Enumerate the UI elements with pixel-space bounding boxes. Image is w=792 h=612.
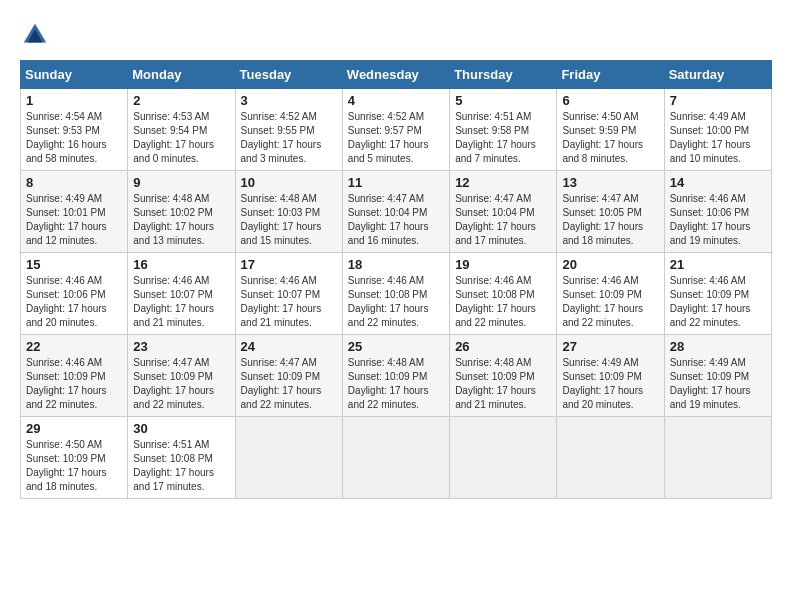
daylight-line: Daylight: 17 hours	[562, 221, 643, 232]
day-info: Sunrise: 4:49 AMSunset: 10:01 PMDaylight…	[26, 192, 122, 248]
calendar-cell: 16Sunrise: 4:46 AMSunset: 10:07 PMDaylig…	[128, 253, 235, 335]
day-number: 23	[133, 339, 229, 354]
calendar-cell: 9Sunrise: 4:48 AMSunset: 10:02 PMDayligh…	[128, 171, 235, 253]
daylight-line: Daylight: 17 hours	[348, 385, 429, 396]
calendar-cell: 8Sunrise: 4:49 AMSunset: 10:01 PMDayligh…	[21, 171, 128, 253]
daylight-minutes: and 22 minutes.	[26, 399, 97, 410]
sunset-line: Sunset: 10:01 PM	[26, 207, 106, 218]
logo	[20, 20, 54, 50]
daylight-line: Daylight: 17 hours	[670, 303, 751, 314]
calendar-cell: 29Sunrise: 4:50 AMSunset: 10:09 PMDaylig…	[21, 417, 128, 499]
daylight-line: Daylight: 17 hours	[26, 385, 107, 396]
day-info: Sunrise: 4:48 AMSunset: 10:03 PMDaylight…	[241, 192, 337, 248]
day-number: 24	[241, 339, 337, 354]
day-number: 5	[455, 93, 551, 108]
sunset-line: Sunset: 9:55 PM	[241, 125, 315, 136]
calendar-cell: 12Sunrise: 4:47 AMSunset: 10:04 PMDaylig…	[450, 171, 557, 253]
daylight-minutes: and 20 minutes.	[26, 317, 97, 328]
calendar-cell: 25Sunrise: 4:48 AMSunset: 10:09 PMDaylig…	[342, 335, 449, 417]
daylight-minutes: and 20 minutes.	[562, 399, 633, 410]
daylight-minutes: and 8 minutes.	[562, 153, 628, 164]
day-info: Sunrise: 4:46 AMSunset: 10:09 PMDaylight…	[26, 356, 122, 412]
sunrise-line: Sunrise: 4:47 AM	[241, 357, 317, 368]
daylight-line: Daylight: 17 hours	[241, 139, 322, 150]
daylight-line: Daylight: 17 hours	[670, 139, 751, 150]
sunrise-line: Sunrise: 4:46 AM	[455, 275, 531, 286]
daylight-minutes: and 3 minutes.	[241, 153, 307, 164]
sunrise-line: Sunrise: 4:51 AM	[133, 439, 209, 450]
day-number: 19	[455, 257, 551, 272]
daylight-line: Daylight: 16 hours	[26, 139, 107, 150]
sunrise-line: Sunrise: 4:48 AM	[133, 193, 209, 204]
sunrise-line: Sunrise: 4:46 AM	[241, 275, 317, 286]
sunrise-line: Sunrise: 4:54 AM	[26, 111, 102, 122]
sunset-line: Sunset: 10:03 PM	[241, 207, 321, 218]
sunset-line: Sunset: 10:09 PM	[670, 289, 750, 300]
day-number: 2	[133, 93, 229, 108]
column-header-friday: Friday	[557, 61, 664, 89]
daylight-line: Daylight: 17 hours	[133, 221, 214, 232]
day-info: Sunrise: 4:50 AMSunset: 10:09 PMDaylight…	[26, 438, 122, 494]
daylight-line: Daylight: 17 hours	[562, 139, 643, 150]
day-number: 15	[26, 257, 122, 272]
day-info: Sunrise: 4:47 AMSunset: 10:04 PMDaylight…	[348, 192, 444, 248]
daylight-line: Daylight: 17 hours	[348, 221, 429, 232]
calendar-week-row: 1Sunrise: 4:54 AMSunset: 9:53 PMDaylight…	[21, 89, 772, 171]
sunset-line: Sunset: 9:53 PM	[26, 125, 100, 136]
calendar-cell: 21Sunrise: 4:46 AMSunset: 10:09 PMDaylig…	[664, 253, 771, 335]
sunrise-line: Sunrise: 4:48 AM	[348, 357, 424, 368]
calendar-cell: 11Sunrise: 4:47 AMSunset: 10:04 PMDaylig…	[342, 171, 449, 253]
daylight-minutes: and 0 minutes.	[133, 153, 199, 164]
daylight-minutes: and 21 minutes.	[241, 317, 312, 328]
calendar-cell: 24Sunrise: 4:47 AMSunset: 10:09 PMDaylig…	[235, 335, 342, 417]
calendar-cell: 5Sunrise: 4:51 AMSunset: 9:58 PMDaylight…	[450, 89, 557, 171]
sunset-line: Sunset: 10:09 PM	[455, 371, 535, 382]
daylight-minutes: and 22 minutes.	[133, 399, 204, 410]
calendar-week-row: 22Sunrise: 4:46 AMSunset: 10:09 PMDaylig…	[21, 335, 772, 417]
sunset-line: Sunset: 9:58 PM	[455, 125, 529, 136]
sunset-line: Sunset: 9:54 PM	[133, 125, 207, 136]
day-info: Sunrise: 4:46 AMSunset: 10:06 PMDaylight…	[26, 274, 122, 330]
sunrise-line: Sunrise: 4:47 AM	[133, 357, 209, 368]
calendar-cell: 17Sunrise: 4:46 AMSunset: 10:07 PMDaylig…	[235, 253, 342, 335]
sunrise-line: Sunrise: 4:46 AM	[26, 275, 102, 286]
page-header	[20, 20, 772, 50]
daylight-line: Daylight: 17 hours	[26, 467, 107, 478]
sunrise-line: Sunrise: 4:46 AM	[133, 275, 209, 286]
day-number: 17	[241, 257, 337, 272]
day-number: 14	[670, 175, 766, 190]
daylight-minutes: and 22 minutes.	[455, 317, 526, 328]
day-number: 16	[133, 257, 229, 272]
sunset-line: Sunset: 10:09 PM	[348, 371, 428, 382]
sunrise-line: Sunrise: 4:46 AM	[670, 275, 746, 286]
sunset-line: Sunset: 10:07 PM	[241, 289, 321, 300]
sunrise-line: Sunrise: 4:47 AM	[455, 193, 531, 204]
day-info: Sunrise: 4:51 AMSunset: 10:08 PMDaylight…	[133, 438, 229, 494]
logo-icon	[20, 20, 50, 50]
calendar-cell	[664, 417, 771, 499]
sunrise-line: Sunrise: 4:47 AM	[562, 193, 638, 204]
calendar-cell: 2Sunrise: 4:53 AMSunset: 9:54 PMDaylight…	[128, 89, 235, 171]
column-header-thursday: Thursday	[450, 61, 557, 89]
day-number: 12	[455, 175, 551, 190]
day-number: 22	[26, 339, 122, 354]
day-number: 26	[455, 339, 551, 354]
calendar-week-row: 15Sunrise: 4:46 AMSunset: 10:06 PMDaylig…	[21, 253, 772, 335]
day-info: Sunrise: 4:47 AMSunset: 10:09 PMDaylight…	[241, 356, 337, 412]
daylight-line: Daylight: 17 hours	[455, 303, 536, 314]
day-info: Sunrise: 4:47 AMSunset: 10:09 PMDaylight…	[133, 356, 229, 412]
day-number: 6	[562, 93, 658, 108]
daylight-line: Daylight: 17 hours	[455, 385, 536, 396]
daylight-minutes: and 58 minutes.	[26, 153, 97, 164]
daylight-line: Daylight: 17 hours	[455, 139, 536, 150]
daylight-minutes: and 22 minutes.	[241, 399, 312, 410]
calendar-header-row: SundayMondayTuesdayWednesdayThursdayFrid…	[21, 61, 772, 89]
day-number: 8	[26, 175, 122, 190]
calendar-cell: 30Sunrise: 4:51 AMSunset: 10:08 PMDaylig…	[128, 417, 235, 499]
daylight-minutes: and 21 minutes.	[455, 399, 526, 410]
sunrise-line: Sunrise: 4:46 AM	[348, 275, 424, 286]
day-info: Sunrise: 4:46 AMSunset: 10:06 PMDaylight…	[670, 192, 766, 248]
day-number: 21	[670, 257, 766, 272]
day-info: Sunrise: 4:46 AMSunset: 10:08 PMDaylight…	[455, 274, 551, 330]
calendar-cell	[450, 417, 557, 499]
